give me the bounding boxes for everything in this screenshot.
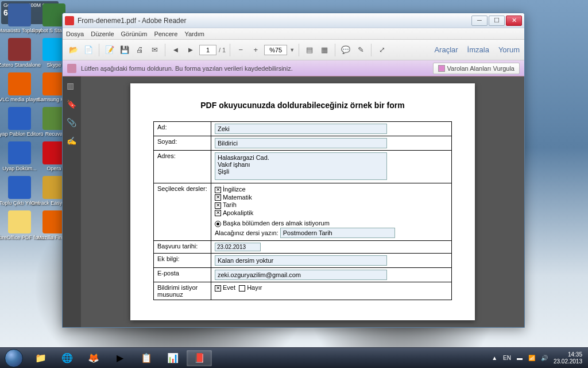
thumbnails-icon[interactable]: ▥ xyxy=(67,81,77,91)
open-icon[interactable]: 📂 xyxy=(67,44,80,56)
label-bildirim: Bildirimi istiyor musunuz xyxy=(154,282,211,300)
adobe-reader-window: From-deneme1.pdf - Adobe Reader ─ ☐ ✕ Do… xyxy=(62,13,525,328)
label-eposta: E-posta xyxy=(154,267,211,282)
checkbox-course[interactable]: ✕ xyxy=(215,202,221,209)
bookmark-icon[interactable]: 🔖 xyxy=(67,99,77,110)
input-soyad[interactable] xyxy=(215,138,387,148)
taskbar-firefox[interactable]: 🦊 xyxy=(81,350,106,366)
checkbox-course[interactable]: ✕ xyxy=(215,194,221,201)
zoom-input[interactable] xyxy=(264,45,287,55)
tray-network-icon[interactable]: 📶 xyxy=(528,355,535,361)
tools-link[interactable]: Araçlar xyxy=(434,45,458,54)
highlight-icon[interactable]: ✎ xyxy=(354,44,367,56)
system-tray[interactable]: ▲ EN ▬ 📶 🔊 14:3523.02.2013 xyxy=(486,351,588,365)
label-ad: Ad: xyxy=(154,122,211,136)
next-page-icon[interactable]: ► xyxy=(184,44,197,56)
tray-chevron-icon[interactable]: ▲ xyxy=(492,355,497,361)
signature-panel-icon[interactable]: ✍ xyxy=(67,136,77,147)
taskbar-ie[interactable]: 🌐 xyxy=(55,350,80,366)
minimize-button[interactable]: ─ xyxy=(471,16,488,26)
print-icon[interactable]: 🖨 xyxy=(133,44,146,56)
menu-item[interactable]: Pencere xyxy=(154,30,177,37)
form-table: Ad: Soyad: Adres: Seçilecek dersler: ✕İn… xyxy=(153,121,452,300)
label-basvuru: Başvuru tarihi: xyxy=(154,240,211,253)
form-heading: PDF okuyucunuzda doldurabileceğiniz örne… xyxy=(153,101,452,110)
fit-width-icon[interactable]: ▦ xyxy=(318,44,331,56)
taskbar: 📁 🌐 🦊 ▶ 📋 📊 📕 ▲ EN ▬ 📶 🔊 14:3523.02.2013 xyxy=(0,347,588,368)
nav-pane: ▥ 🔖 📎 ✍ xyxy=(63,76,81,327)
checkbox-hayir[interactable] xyxy=(239,285,245,292)
app-icon xyxy=(65,16,74,25)
highlight-fields-button[interactable]: Varolan Alanları Vurgula xyxy=(433,63,520,74)
comment-icon[interactable]: 💬 xyxy=(339,44,352,56)
save-icon[interactable]: 💾 xyxy=(118,44,131,56)
page-number-input[interactable] xyxy=(199,45,216,55)
menu-item[interactable]: Dosya xyxy=(66,30,84,37)
windows-orb-icon xyxy=(5,349,23,367)
radio-baska[interactable] xyxy=(215,221,221,227)
document-area: ▥ 🔖 📎 ✍ PDF okuyucunuzda doldurabileceği… xyxy=(63,76,524,327)
input-ad[interactable] xyxy=(215,124,387,134)
input-adres[interactable] xyxy=(215,152,387,180)
label-ekbilgi: Ek bilgi: xyxy=(154,253,211,267)
taskbar-app2[interactable]: 📊 xyxy=(160,350,185,366)
menu-item[interactable]: Düzenle xyxy=(91,30,114,37)
taskbar-app1[interactable]: 📋 xyxy=(134,350,159,366)
maximize-button[interactable]: ☐ xyxy=(489,16,505,26)
desktop-icon[interactable]: Uyap Pablon Editorü xyxy=(3,107,36,139)
taskbar-adobe-reader[interactable]: 📕 xyxy=(187,350,212,366)
checkbox-course[interactable]: ✕ xyxy=(215,187,221,193)
label-adres: Adres: xyxy=(154,151,211,183)
input-ekbilgi[interactable] xyxy=(215,255,387,266)
infobar-text: Lütfen aşağıdaki formu doldurun. Bu form… xyxy=(81,65,293,72)
desktop-icon[interactable]: LibreOffice PDF form xyxy=(3,210,36,243)
label-dersler: Seçilecek dersler: xyxy=(154,183,211,241)
desktop-icon[interactable]: Masaüstü Toplama xyxy=(3,3,36,36)
input-eposta[interactable] xyxy=(215,270,387,280)
tray-volume-icon[interactable]: 🔊 xyxy=(541,355,548,361)
menu-item[interactable]: Yardım xyxy=(184,30,204,37)
close-button[interactable]: ✕ xyxy=(506,16,522,26)
read-mode-icon[interactable]: ⤢ xyxy=(376,44,388,56)
pdf-page: PDF okuyucunuzda doldurabileceğiniz örne… xyxy=(130,83,475,320)
start-button[interactable] xyxy=(0,348,28,369)
attachment-icon[interactable]: 📎 xyxy=(67,118,77,128)
email-icon[interactable]: ✉ xyxy=(148,44,161,56)
form-infobar: Lütfen aşağıdaki formu doldurun. Bu form… xyxy=(63,60,524,76)
taskbar-explorer[interactable]: 📁 xyxy=(28,350,53,366)
tray-lang[interactable]: EN xyxy=(503,355,511,361)
zoom-in-icon[interactable]: + xyxy=(249,44,262,56)
menu-bar: DosyaDüzenleGörünümPencereYardım xyxy=(63,28,524,40)
fit-page-icon[interactable]: ▤ xyxy=(303,44,316,56)
desktop-icon[interactable]: Uyap Doküm... xyxy=(3,141,36,174)
form-icon xyxy=(67,64,76,73)
tray-flag-icon[interactable]: ▬ xyxy=(517,355,523,361)
sign-link[interactable]: İmzala xyxy=(467,45,489,54)
tray-clock[interactable]: 14:3523.02.2013 xyxy=(554,351,582,365)
toolbar: 📂 📄 📝 💾 🖨 ✉ ◄ ► / 1 − + ▼ ▤ ▦ 💬 ✎ ⤢ Araç… xyxy=(63,40,524,60)
window-titlebar[interactable]: From-deneme1.pdf - Adobe Reader ─ ☐ ✕ xyxy=(63,13,524,28)
zoom-out-icon[interactable]: − xyxy=(234,44,247,56)
page-total: / 1 xyxy=(219,47,226,53)
highlight-swatch-icon xyxy=(438,65,445,72)
window-title: From-deneme1.pdf - Adobe Reader xyxy=(78,17,471,25)
desktop-icon[interactable]: VLC media player xyxy=(3,72,36,105)
create-pdf-icon[interactable]: 📄 xyxy=(82,44,95,56)
menu-item[interactable]: Görünüm xyxy=(121,30,148,37)
checkbox-evet[interactable]: ✕ xyxy=(215,285,221,292)
taskbar-media[interactable]: ▶ xyxy=(107,350,133,366)
export-icon[interactable]: 📝 xyxy=(103,44,116,56)
label-soyad: Soyad: xyxy=(154,136,211,151)
input-basvuru[interactable] xyxy=(215,243,261,251)
comment-link[interactable]: Yorum xyxy=(498,45,520,54)
prev-page-icon[interactable]: ◄ xyxy=(169,44,182,56)
input-alacak[interactable] xyxy=(280,228,395,238)
page-viewport[interactable]: PDF okuyucunuzda doldurabileceğiniz örne… xyxy=(81,76,524,327)
desktop-icon[interactable]: Zotero Standalone xyxy=(3,38,36,70)
checkbox-course[interactable]: ✕ xyxy=(215,210,221,216)
